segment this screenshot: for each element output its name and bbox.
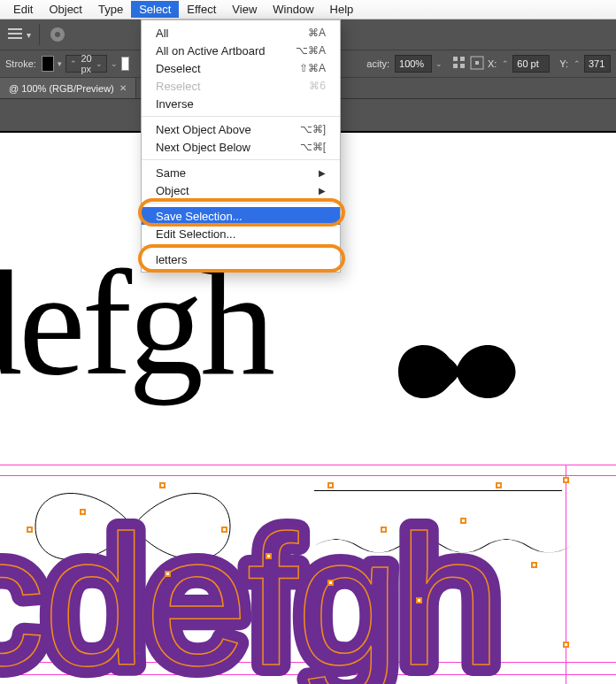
menu-select[interactable]: Select: [131, 1, 179, 18]
stroke-label: Stroke:: [5, 58, 36, 69]
y-input[interactable]: [584, 55, 611, 73]
svg-rect-8: [460, 64, 465, 68]
menu-item-inverse[interactable]: Inverse: [142, 95, 340, 112]
svg-text:cdefgh: cdefgh: [0, 496, 500, 684]
stroke-weight-value: 20 px: [81, 53, 91, 74]
menu-help[interactable]: Help: [322, 1, 362, 18]
menu-view[interactable]: View: [224, 1, 265, 18]
tool-strip-chevron: ▾: [27, 30, 31, 40]
artwork-infinity-solid: [372, 310, 540, 442]
submenu-arrow-icon: ▶: [319, 168, 326, 178]
opacity-input[interactable]: [395, 55, 432, 73]
menu-item-deselect[interactable]: Deselect⇧⌘A: [142, 59, 340, 77]
svg-rect-6: [460, 57, 465, 61]
menubar: Edit Object Type Select Effect View Wind…: [0, 0, 616, 19]
menu-item-next-above[interactable]: Next Object Above⌥⌘]: [142, 120, 340, 138]
menu-item-object-submenu[interactable]: Object▶: [142, 181, 340, 199]
align-panel-icon[interactable]: [452, 56, 466, 72]
color-wheel-icon[interactable]: [48, 25, 67, 44]
hamburger-icon[interactable]: [5, 25, 25, 44]
x-input[interactable]: [512, 55, 550, 73]
stroke-weight-select[interactable]: ⌃ 20 px ⌄: [65, 55, 106, 73]
menu-item-same[interactable]: Same▶: [142, 164, 340, 181]
menu-object[interactable]: Object: [41, 1, 90, 18]
document-tab[interactable]: @ 100% (RGB/Preview) ✕: [0, 78, 136, 98]
selection-area: cdefgh cdefgh: [0, 465, 616, 684]
select-menu-dropdown: All⌘A All on Active Artboard⌥⌘A Deselect…: [141, 19, 341, 273]
x-label: X:: [488, 58, 497, 69]
y-label: Y:: [559, 58, 568, 69]
svg-rect-10: [475, 61, 479, 65]
artwork-purple-text: cdefgh cdefgh: [0, 488, 616, 684]
menu-item-letters[interactable]: letters: [142, 250, 340, 268]
svg-rect-5: [453, 57, 458, 61]
svg-rect-1: [8, 33, 22, 35]
stroke-swatch[interactable]: [42, 56, 55, 72]
svg-rect-0: [8, 28, 22, 30]
svg-rect-7: [453, 64, 458, 68]
menu-edit[interactable]: Edit: [5, 1, 41, 18]
svg-point-4: [55, 32, 60, 37]
menu-window[interactable]: Window: [265, 1, 321, 18]
menu-type[interactable]: Type: [90, 1, 131, 18]
opacity-label: acity:: [366, 58, 389, 69]
close-icon[interactable]: ✕: [119, 83, 127, 93]
stroke-weight-dropdown[interactable]: ⌄: [111, 59, 118, 68]
menu-item-all[interactable]: All⌘A: [142, 24, 340, 42]
document-tab-title: @ 100% (RGB/Preview): [9, 83, 114, 94]
stroke-swatch-chevron[interactable]: ▾: [58, 59, 62, 68]
menu-item-save-selection[interactable]: Save Selection...: [142, 207, 340, 225]
menu-item-reselect: Reselect⌘6: [142, 77, 340, 95]
menu-item-edit-selection[interactable]: Edit Selection...: [142, 225, 340, 242]
menu-item-next-below[interactable]: Next Object Below⌥⌘[: [142, 138, 340, 156]
menu-effect[interactable]: Effect: [179, 1, 224, 18]
menu-item-all-artboard[interactable]: All on Active Artboard⌥⌘A: [142, 42, 340, 59]
stroke-style-icon[interactable]: [121, 57, 130, 71]
opacity-chevron[interactable]: ⌄: [435, 59, 443, 68]
transform-panel-icon[interactable]: [470, 56, 484, 72]
submenu-arrow-icon: ▶: [319, 186, 326, 196]
svg-rect-2: [8, 37, 22, 39]
